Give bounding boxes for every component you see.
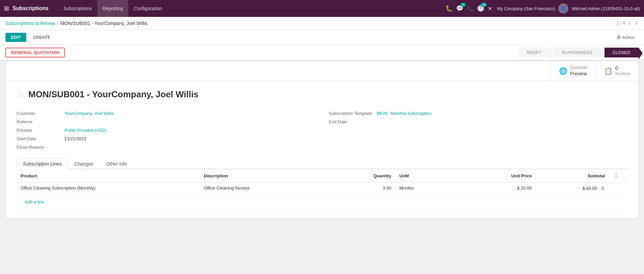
status-closed[interactable]: CLOSED — [605, 48, 639, 57]
renewal-quotation-button[interactable]: RENEWAL QUOTATION — [5, 48, 65, 57]
start-date-label: Start Date — [17, 136, 60, 141]
cell-quantity[interactable]: 3.00 — [334, 182, 395, 194]
record-card: 🌐 Customer Preview 📋 0 Invoices ☆ MON/SU… — [5, 61, 639, 219]
close-icon[interactable]: ✕ — [488, 5, 492, 12]
form-row-start-date: Start Date 11/21/2021 — [17, 134, 315, 143]
customer-label: Customer — [17, 111, 60, 116]
company-name: My Company (San Francisco) — [497, 6, 555, 11]
clock-icon[interactable]: 🕐46 — [477, 5, 484, 12]
chat-icon[interactable]: 💬4 — [456, 5, 463, 12]
add-line-row: Add a line — [17, 194, 627, 210]
phone-icon[interactable]: 📞 — [467, 5, 474, 12]
status-bar: RENEWAL QUOTATION DRAFT IN PROGRESS CLOS… — [0, 45, 644, 61]
invoices-button[interactable]: 📋 0 Invoices — [596, 61, 638, 81]
referrer-label: Referrer — [17, 119, 60, 124]
table-row: Office Cleaning Subscription (Monthly) O… — [17, 182, 627, 194]
col-header-actions: ⋮ — [609, 169, 627, 183]
col-header-product: Product — [17, 169, 200, 183]
template-value[interactable]: MON - Monthly Subscription — [377, 111, 432, 116]
breadcrumb-current: MON/SUB001 - YourCompany, Joel Willis — [60, 21, 147, 26]
col-header-uom: UoM — [395, 169, 456, 183]
form-row-customer: Customer YourCompany, Joel Willis — [17, 109, 315, 118]
tab-other-info[interactable]: Other Info — [100, 158, 133, 169]
form-row-pricelist: Pricelist Public Pricelist (USD) — [17, 126, 315, 134]
table-container: Product Description Quantity UoM Unit Pr… — [17, 169, 627, 210]
action-button[interactable]: ⚙ Action — [613, 32, 639, 42]
top-navigation: ⊞ Subscriptions Subscriptions Reporting … — [0, 0, 644, 17]
form-content: ☆ MON/SUB001 - YourCompany, Joel Willis … — [6, 81, 638, 218]
menu-subscriptions[interactable]: Subscriptions — [58, 0, 97, 17]
cell-uom[interactable]: Months — [395, 182, 456, 194]
col-header-quantity: Quantity — [334, 169, 395, 183]
table-header-row: Product Description Quantity UoM Unit Pr… — [17, 169, 627, 183]
bug-icon[interactable]: 🐛 — [445, 5, 453, 12]
tabs-header: Subscription Lines Changes Other Info — [17, 158, 627, 169]
prev-record-button[interactable]: ‹ — [627, 20, 632, 27]
form-row-template: Subscription Template MON - Monthly Subs… — [329, 109, 627, 118]
cell-description[interactable]: Office Cleaning Service — [200, 182, 334, 194]
clock-badge: 46 — [481, 3, 487, 7]
form-row-close-reason: Close Reason — [17, 143, 315, 151]
record-title-row: ☆ MON/SUB001 - YourCompany, Joel Willis — [17, 89, 627, 100]
breadcrumb-parent[interactable]: Subscriptions to Renew — [5, 21, 55, 26]
tab-subscription-lines[interactable]: Subscription Lines — [17, 158, 68, 169]
delete-row-icon[interactable]: 🗑 — [600, 185, 605, 191]
form-grid: Customer YourCompany, Joel Willis Referr… — [17, 109, 627, 151]
customer-preview-label: Customer — [570, 65, 588, 71]
breadcrumb-separator: / — [57, 21, 58, 26]
status-in-progress[interactable]: IN PROGRESS — [554, 48, 600, 57]
col-header-unit-price: Unit Price — [456, 169, 536, 183]
customer-preview-button[interactable]: 🌐 Customer Preview — [551, 61, 596, 81]
invoice-icon: 📋 — [604, 67, 613, 75]
create-button[interactable]: CREATE — [29, 33, 55, 42]
menu-reporting[interactable]: Reporting — [97, 0, 129, 17]
status-steps: DRAFT IN PROGRESS CLOSED — [519, 48, 639, 57]
chat-badge: 4 — [460, 3, 466, 7]
user-name[interactable]: Mitchell Admin (11839431-15-0-all) — [572, 6, 640, 11]
pagination: 1 / 4 ‹ › — [617, 20, 639, 27]
smart-buttons: 🌐 Customer Preview 📋 0 Invoices — [6, 61, 638, 81]
toolbar: EDIT CREATE ⚙ Action — [0, 30, 644, 45]
favorite-star-icon[interactable]: ☆ — [17, 89, 24, 100]
start-date-value[interactable]: 11/21/2021 — [64, 136, 86, 141]
form-row-referrer: Referrer — [17, 118, 315, 126]
pricelist-label: Pricelist — [17, 128, 60, 133]
form-right-column: Subscription Template MON - Monthly Subs… — [329, 109, 627, 151]
cell-unit-price[interactable]: $ 20.00 — [456, 182, 536, 194]
invoices-label: Invoices — [615, 71, 630, 77]
form-left-column: Customer YourCompany, Joel Willis Referr… — [17, 109, 315, 151]
globe-icon: 🌐 — [559, 67, 567, 75]
cell-product[interactable]: Office Cleaning Subscription (Monthly) — [17, 182, 200, 194]
main-menu: Subscriptions Reporting Configuration — [58, 0, 446, 17]
subscription-lines-table: Product Description Quantity UoM Unit Pr… — [17, 169, 627, 210]
column-options-icon[interactable]: ⋮ — [613, 173, 619, 179]
close-reason-label: Close Reason — [17, 145, 60, 150]
app-name[interactable]: Subscriptions — [12, 5, 49, 11]
tab-changes[interactable]: Changes — [68, 158, 100, 169]
customer-preview-value: Preview — [570, 71, 588, 77]
status-draft[interactable]: DRAFT — [519, 48, 549, 57]
gear-icon: ⚙ — [617, 34, 621, 40]
add-line-button[interactable]: Add a line — [21, 197, 48, 207]
pricelist-value[interactable]: Public Pricelist (USD) — [64, 128, 106, 133]
menu-configuration[interactable]: Configuration — [128, 0, 167, 17]
customer-value[interactable]: YourCompany, Joel Willis — [64, 111, 114, 116]
grid-icon[interactable]: ⊞ — [4, 5, 9, 12]
col-header-description: Description — [200, 169, 334, 183]
col-header-subtotal: Subtotal — [536, 169, 609, 183]
next-record-button[interactable]: › — [634, 20, 639, 27]
main-content: 🌐 Customer Preview 📋 0 Invoices ☆ MON/SU… — [0, 61, 644, 224]
pagination-text: 1 / 4 — [617, 21, 625, 26]
invoices-count: 0 — [615, 65, 630, 71]
breadcrumb: Subscriptions to Renew / MON/SUB001 - Yo… — [5, 21, 147, 26]
topnav-right: 🐛 💬4 📞 🕐46 ✕ My Company (San Francisco) … — [445, 3, 640, 14]
edit-button[interactable]: EDIT — [5, 33, 26, 42]
form-row-end-date: End Date — [329, 118, 627, 126]
record-title: MON/SUB001 - YourCompany, Joel Willis — [28, 89, 198, 100]
cell-actions — [609, 182, 627, 194]
end-date-label: End Date — [329, 119, 373, 124]
template-label: Subscription Template — [329, 111, 373, 116]
cell-subtotal: $ 60.00 🗑 — [536, 182, 609, 194]
user-avatar[interactable]: 👤 — [558, 3, 568, 14]
breadcrumb-bar: Subscriptions to Renew / MON/SUB001 - Yo… — [0, 17, 644, 30]
